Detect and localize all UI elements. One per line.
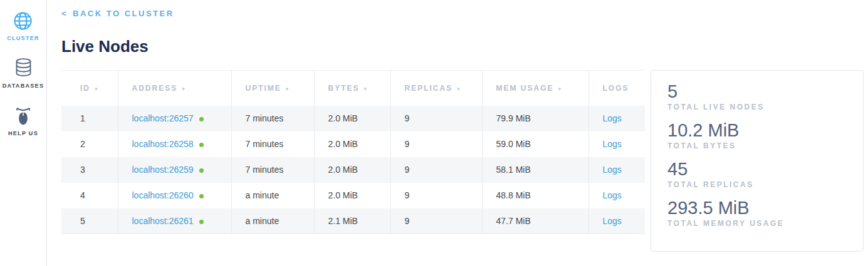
live-nodes-page: CLUSTER DATABASES (0, 0, 868, 266)
node-mem-usage: 79.9 MiB (482, 106, 588, 131)
node-live-status-icon (199, 194, 204, 198)
sort-arrow-icon: ▾ (558, 86, 563, 92)
node-uptime: a minute (231, 208, 314, 234)
table-row: 2 localhost:26258 7 minutes 2.0 MiB 9 59… (61, 131, 645, 157)
node-address-cell: localhost:26258 (118, 131, 231, 157)
node-address-link[interactable]: localhost:26259 (132, 165, 194, 175)
stat-value: 293.5 MiB (667, 197, 848, 218)
column-header-id[interactable]: ID▾ (61, 71, 118, 106)
sidebar-item-label: CLUSTER (7, 35, 39, 41)
sidebar-item-cluster[interactable]: CLUSTER (7, 10, 39, 41)
node-address-link[interactable]: localhost:26257 (132, 113, 194, 123)
table-row: 3 localhost:26259 7 minutes 2.0 MiB 9 58… (61, 157, 645, 183)
node-bytes: 2.0 MiB (314, 157, 390, 183)
sort-arrow-icon: ▾ (182, 86, 186, 92)
stat-label: TOTAL REPLICAS (667, 180, 848, 189)
sidebar-item-label: HELP US (8, 130, 38, 136)
table-row: 5 localhost:26261 a minute 2.1 MiB 9 47.… (61, 208, 645, 234)
back-link-label: BACK TO CLUSTER (73, 9, 174, 18)
node-replicas: 9 (390, 183, 482, 208)
node-uptime: 7 minutes (231, 131, 314, 157)
live-nodes-table: ID▾ ADDRESS▾ UPTIME▾ BYTES▾ REPLICAS▾ ME… (61, 70, 645, 234)
summary-stat-total-memory-usage: 293.5 MiB TOTAL MEMORY USAGE (667, 197, 848, 228)
summary-stat-total-bytes: 10.2 MiB TOTAL BYTES (667, 120, 848, 150)
node-mem-usage: 47.7 MiB (482, 208, 588, 234)
node-bytes: 2.0 MiB (314, 183, 390, 208)
node-logs-link[interactable]: Logs (603, 165, 622, 175)
node-address-cell: localhost:26261 (118, 208, 231, 234)
node-mem-usage: 48.8 MiB (482, 183, 588, 208)
sort-arrow-icon: ▾ (364, 86, 369, 92)
node-id: 4 (61, 183, 118, 208)
node-bytes: 2.0 MiB (314, 131, 390, 157)
stat-value: 10.2 MiB (667, 120, 848, 141)
bug-icon (14, 105, 33, 126)
node-id: 5 (61, 208, 118, 234)
page-title: Live Nodes (61, 37, 868, 56)
stat-label: TOTAL MEMORY USAGE (667, 219, 848, 228)
cluster-summary-panel: 5 TOTAL LIVE NODES 10.2 MiB TOTAL BYTES … (651, 70, 864, 252)
sort-arrow-icon: ▾ (95, 86, 99, 92)
node-logs-link[interactable]: Logs (603, 190, 622, 200)
stat-value: 45 (667, 158, 848, 180)
column-header-uptime[interactable]: UPTIME▾ (231, 71, 314, 106)
node-live-status-icon (199, 220, 204, 224)
node-address-cell: localhost:26260 (118, 183, 231, 208)
sidebar: CLUSTER DATABASES (0, 0, 47, 266)
node-id: 1 (61, 106, 118, 131)
node-address-link[interactable]: localhost:26260 (132, 190, 194, 200)
node-id: 2 (61, 131, 118, 157)
column-header-mem-usage[interactable]: MEM USAGE▾ (482, 71, 588, 106)
node-logs-cell: Logs (588, 131, 645, 157)
node-address-link[interactable]: localhost:26258 (132, 139, 194, 149)
column-header-address[interactable]: ADDRESS▾ (118, 71, 231, 106)
node-logs-link[interactable]: Logs (603, 139, 622, 149)
table-row: 1 localhost:26257 7 minutes 2.0 MiB 9 79… (61, 106, 645, 131)
node-mem-usage: 59.0 MiB (482, 131, 588, 157)
sidebar-item-label: DATABASES (3, 83, 44, 89)
stat-value: 5 (667, 81, 848, 102)
node-replicas: 9 (390, 157, 482, 183)
node-uptime: 7 minutes (231, 157, 314, 183)
node-live-status-icon (199, 117, 204, 121)
node-logs-cell: Logs (588, 208, 645, 234)
node-bytes: 2.1 MiB (314, 208, 390, 234)
sort-arrow-icon: ▾ (286, 86, 290, 92)
node-mem-usage: 58.1 MiB (482, 157, 588, 183)
node-replicas: 9 (390, 208, 482, 234)
node-address-link[interactable]: localhost:26261 (132, 216, 194, 226)
node-address-cell: localhost:26259 (118, 157, 231, 183)
table-row: 4 localhost:26260 a minute 2.0 MiB 9 48.… (61, 183, 645, 208)
node-uptime: 7 minutes (231, 106, 314, 131)
node-live-status-icon (199, 168, 204, 173)
databases-icon (14, 58, 33, 79)
column-header-bytes[interactable]: BYTES▾ (314, 71, 390, 106)
node-logs-link[interactable]: Logs (603, 113, 622, 123)
summary-stat-total-replicas: 45 TOTAL REPLICAS (667, 158, 848, 189)
globe-icon (13, 10, 33, 31)
sort-arrow-icon: ▾ (457, 86, 461, 92)
node-logs-link[interactable]: Logs (603, 216, 622, 226)
sidebar-item-help-us[interactable]: HELP US (8, 105, 38, 136)
summary-stat-total-live-nodes: 5 TOTAL LIVE NODES (667, 81, 848, 111)
back-to-cluster-link[interactable]: <BACK TO CLUSTER (61, 9, 174, 18)
stat-label: TOTAL BYTES (667, 141, 848, 150)
node-bytes: 2.0 MiB (314, 106, 390, 131)
stat-label: TOTAL LIVE NODES (667, 103, 848, 111)
column-header-logs: LOGS (588, 71, 645, 106)
node-logs-cell: Logs (588, 183, 645, 208)
sidebar-item-databases[interactable]: DATABASES (3, 58, 44, 89)
main-content: <BACK TO CLUSTER Live Nodes ID▾ ADDRESS▾… (47, 0, 868, 266)
node-live-status-icon (199, 143, 204, 147)
node-logs-cell: Logs (588, 157, 645, 183)
node-replicas: 9 (390, 106, 482, 131)
content-row: ID▾ ADDRESS▾ UPTIME▾ BYTES▾ REPLICAS▾ ME… (61, 70, 868, 252)
node-id: 3 (61, 157, 118, 183)
back-chevron-icon: < (61, 9, 68, 18)
node-uptime: a minute (231, 183, 314, 208)
node-replicas: 9 (390, 131, 482, 157)
column-header-replicas[interactable]: REPLICAS▾ (390, 71, 482, 106)
node-address-cell: localhost:26257 (118, 106, 231, 131)
node-logs-cell: Logs (588, 106, 645, 131)
table-header-row: ID▾ ADDRESS▾ UPTIME▾ BYTES▾ REPLICAS▾ ME… (61, 71, 645, 106)
